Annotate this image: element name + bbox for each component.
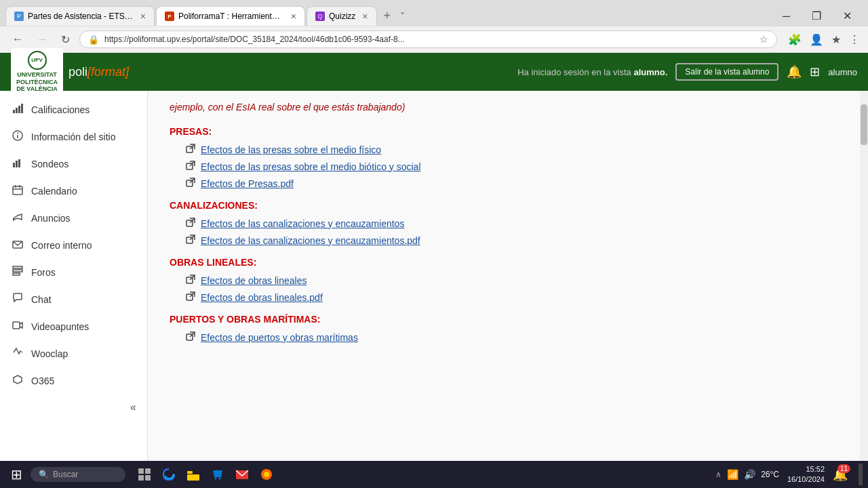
sidebar-item-chat[interactable]: Chat	[0, 286, 147, 313]
list-item: Efectos de obras lineales.pdf	[186, 291, 838, 303]
taskbar-app-mail[interactable]	[231, 464, 253, 485]
external-link-icon	[186, 291, 195, 303]
taskbar-clock[interactable]: 15:52 16/10/2024	[787, 464, 825, 485]
forward-button[interactable]: →	[33, 32, 52, 47]
sidebar: Calificaciones Información del sitio Son…	[0, 91, 148, 488]
link-presas-pdf[interactable]: Efectos de Presas.pdf	[201, 178, 294, 189]
sidebar-label-informacion: Información del sitio	[31, 131, 116, 142]
sidebar-item-calendario[interactable]: Calendario	[0, 178, 147, 205]
weather-temp: 26°C	[761, 470, 779, 479]
address-text: https://poliformat.upv.es/portal/site/DO…	[104, 35, 754, 44]
svg-rect-35	[138, 468, 144, 474]
extensions-icon[interactable]: 🧩	[788, 33, 802, 46]
tab-quizizz-close[interactable]: ×	[362, 11, 368, 22]
minimize-button[interactable]: ─	[772, 6, 801, 26]
taskbar-search-box[interactable]: 🔍 Buscar	[31, 467, 125, 482]
taskbar-app-edge[interactable]	[158, 464, 180, 485]
taskbar: ⊞ 🔍 Buscar ∧ 📶 🔊 26°C 15:52	[0, 461, 868, 488]
list-item: Efectos de puertos y obras marítimas	[186, 331, 838, 343]
back-button[interactable]: ←	[8, 32, 27, 47]
svg-rect-36	[145, 468, 151, 474]
taskbar-app-firefox[interactable]	[256, 464, 277, 485]
list-item: Efectos de Presas.pdf	[186, 178, 838, 189]
sidebar-label-o365: O365	[31, 375, 54, 386]
sidebar-item-calificaciones[interactable]: Calificaciones	[0, 96, 147, 123]
svg-rect-3	[21, 104, 23, 113]
notifications-icon[interactable]: 🔔	[787, 64, 802, 79]
new-tab-button[interactable]: +	[378, 6, 397, 26]
sidebar-item-o365[interactable]: O365	[0, 367, 147, 394]
link-presas-biotico[interactable]: Efectos de las presas sobre el medio bió…	[201, 161, 421, 172]
section-canalizaciones: CANALIZACIONES: Efectos de las canalizac…	[170, 200, 838, 246]
taskbar-chevron-icon[interactable]: ∧	[715, 470, 722, 479]
taskbar-app-explorer[interactable]	[182, 464, 204, 485]
notification-badge: 11	[837, 464, 850, 473]
network-icon[interactable]: 📶	[727, 469, 738, 480]
foros-icon	[11, 266, 24, 279]
tab-quizizz[interactable]: Q Quizizz ×	[307, 6, 377, 26]
settings-icon[interactable]: ⋮	[849, 33, 860, 46]
bookmark-icon[interactable]: ☆	[760, 34, 768, 45]
user-label[interactable]: alumno	[828, 67, 857, 77]
apps-icon[interactable]: ⊞	[810, 64, 820, 79]
sidebar-collapse-button[interactable]: «	[0, 394, 147, 420]
taskbar-app-store[interactable]	[207, 464, 229, 485]
address-icons: ☆	[760, 34, 768, 45]
tab-poliformat-close[interactable]: ×	[291, 11, 296, 22]
o365-icon	[11, 374, 24, 388]
right-scrollbar[interactable]	[860, 91, 868, 488]
sidebar-item-anuncios[interactable]: Anuncios	[0, 205, 147, 232]
link-presas-fisico[interactable]: Efectos de las presas sobre el medio fís…	[201, 144, 381, 155]
show-desktop-button[interactable]	[859, 464, 863, 485]
section-heading-obras: OBRAS LINEALES:	[170, 257, 838, 268]
tab-partes-close[interactable]: ×	[140, 11, 146, 22]
link-obras-2[interactable]: Efectos de obras lineales.pdf	[201, 292, 323, 303]
tab-poliformat[interactable]: P PoliforramaT : Herramientas de e... ×	[156, 6, 305, 26]
taskbar-app-taskview[interactable]	[134, 464, 155, 485]
window-controls: ─ ❐ ✕	[772, 5, 863, 26]
svg-rect-10	[13, 186, 22, 195]
maximize-button[interactable]: ❐	[801, 5, 832, 26]
favorites-icon[interactable]: ★	[831, 33, 841, 46]
taskbar-right: ∧ 📶 🔊 26°C 15:52 16/10/2024 🔔 11	[715, 464, 863, 485]
link-puertos-1[interactable]: Efectos de puertos y obras marítimas	[201, 332, 358, 343]
poli-logo: UPV UNIVERSITATPOLITÈCNICADE VALÈNCIA po…	[11, 48, 129, 96]
volume-icon[interactable]: 🔊	[744, 469, 755, 480]
lock-icon: 🔒	[88, 35, 99, 45]
external-link-icon	[186, 331, 195, 343]
sidebar-label-sondeos: Sondeos	[31, 159, 68, 169]
calificaciones-icon	[11, 103, 24, 117]
svg-rect-15	[13, 266, 22, 268]
list-item: Efectos de obras lineales	[186, 274, 838, 286]
svg-rect-8	[16, 161, 18, 167]
exit-student-view-button[interactable]: Salir de la vista alumno	[675, 63, 778, 81]
start-button[interactable]: ⊞	[5, 464, 28, 485]
list-item: Efectos de las canalizaciones y encauzam…	[186, 218, 838, 229]
svg-rect-18	[13, 322, 20, 329]
sidebar-item-foros[interactable]: Foros	[0, 259, 147, 286]
tab-scroll-icon[interactable]: ˅	[400, 11, 405, 22]
sidebar-item-sondeos[interactable]: Sondeos	[0, 150, 147, 178]
sidebar-label-chat: Chat	[31, 294, 52, 305]
section-obras-lineales: OBRAS LINEALES: Efectos de obras lineale…	[170, 257, 838, 303]
profile-icon[interactable]: 👤	[810, 33, 823, 46]
sidebar-item-videoapuntes[interactable]: Videoapuntes	[0, 313, 147, 340]
refresh-button[interactable]: ↻	[57, 32, 74, 47]
tab-partes[interactable]: P Partes de Asistencia - ETSICCP ×	[5, 6, 155, 26]
link-canal-1[interactable]: Efectos de las canalizaciones y encauzam…	[201, 218, 404, 229]
sidebar-item-correo[interactable]: Correo interno	[0, 232, 147, 259]
sidebar-item-informacion[interactable]: Información del sitio	[0, 123, 147, 150]
link-obras-1[interactable]: Efectos de obras lineales	[201, 275, 307, 286]
browser-chrome: P Partes de Asistencia - ETSICCP × P Pol…	[0, 0, 868, 53]
upv-logo-text: UNIVERSITATPOLITÈCNICADE VALÈNCIA	[16, 71, 58, 93]
taskbar-system-icons: ∧ 📶 🔊 26°C	[715, 469, 779, 480]
sidebar-label-videoapuntes: Videoapuntes	[31, 321, 89, 332]
sidebar-label-foros: Foros	[31, 267, 56, 278]
svg-rect-9	[18, 159, 20, 167]
sidebar-item-wooclap[interactable]: Wooclap	[0, 340, 147, 367]
notification-area[interactable]: 🔔 11	[833, 467, 848, 482]
address-bar[interactable]: 🔒 https://poliformat.upv.es/portal/site/…	[79, 30, 777, 48]
link-canal-2[interactable]: Efectos de las canalizaciones y encauzam…	[201, 235, 420, 246]
close-button[interactable]: ✕	[832, 5, 863, 26]
external-link-icon	[186, 161, 195, 172]
